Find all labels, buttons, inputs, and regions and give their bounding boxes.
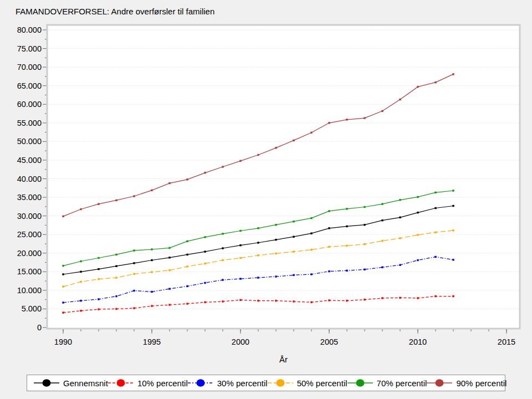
data-point-marker [328, 210, 330, 212]
y-tick-label: 30.000 [17, 212, 42, 221]
data-point-marker [151, 291, 152, 293]
y-tick-label: 25.000 [17, 230, 42, 239]
y-tick-label: 10.000 [17, 286, 42, 295]
legend-label: 10% percentil [137, 378, 188, 388]
data-point-marker [257, 254, 259, 256]
data-point-marker [328, 122, 330, 124]
data-point-marker [186, 285, 188, 287]
data-point-marker [434, 192, 436, 193]
data-point-marker [346, 300, 347, 301]
data-point-marker [417, 259, 418, 261]
x-tick-label: 2005 [320, 337, 338, 346]
y-tick-label: 5.000 [22, 304, 42, 313]
data-point-marker [399, 237, 401, 239]
data-point-marker [222, 233, 223, 234]
data-point-marker [204, 263, 206, 264]
legend-marker-icon [34, 378, 59, 388]
legend-label: 50% percentil [297, 378, 347, 388]
data-point-marker [62, 216, 64, 217]
data-point-marker [310, 232, 312, 234]
data-point-marker [151, 259, 152, 261]
legend-item: 50% percentil [268, 378, 347, 388]
data-point-marker [381, 219, 383, 221]
data-point-marker [98, 257, 99, 259]
legend-item: 10% percentil [108, 378, 188, 388]
data-point-marker [310, 301, 312, 303]
data-point-marker [364, 299, 365, 300]
data-point-marker [133, 262, 135, 264]
data-point-marker [204, 301, 206, 303]
data-point-marker [293, 221, 294, 222]
data-point-marker [257, 154, 259, 156]
data-point-marker [434, 81, 436, 83]
data-point-marker [115, 308, 117, 310]
y-tick-label: 0 [37, 323, 42, 332]
data-point-marker [239, 278, 241, 279]
y-tick-label: 20.000 [17, 249, 42, 258]
data-point-marker [62, 285, 64, 287]
data-point-marker [186, 303, 188, 304]
data-point-marker [62, 301, 64, 303]
y-tick-label: 15.000 [17, 267, 42, 276]
data-point-marker [133, 290, 135, 291]
data-point-marker [346, 245, 347, 247]
x-tick-label: 2015 [498, 337, 515, 346]
data-point-marker [115, 295, 117, 297]
data-point-marker [168, 269, 170, 271]
data-point-marker [293, 140, 294, 141]
legend-item: 90% percentil [427, 378, 507, 388]
data-point-marker [204, 282, 206, 284]
data-point-marker [452, 229, 454, 231]
data-point-marker [222, 166, 223, 167]
data-point-marker [328, 270, 330, 272]
data-point-marker [381, 110, 383, 112]
data-point-marker [151, 248, 152, 250]
data-point-marker [257, 227, 259, 229]
data-point-marker [364, 206, 365, 208]
y-tick-label: 55.000 [17, 119, 42, 127]
data-point-marker [168, 257, 170, 258]
data-point-marker [310, 273, 312, 275]
data-point-marker [80, 260, 81, 262]
data-point-marker [275, 275, 277, 277]
data-point-marker [275, 300, 277, 301]
y-tick-label: 60.000 [17, 100, 42, 109]
x-tick-label: 2010 [409, 337, 427, 346]
data-point-marker [239, 244, 241, 246]
legend-marker-icon [268, 378, 293, 388]
data-point-marker [239, 299, 241, 301]
data-point-marker [239, 257, 241, 259]
data-point-marker [239, 230, 241, 232]
legend-label: 90% percentil [456, 378, 507, 388]
legend-label: Gennemsnit [63, 378, 108, 388]
data-point-marker [275, 224, 277, 226]
y-tick-label: 50.000 [17, 137, 42, 146]
data-point-marker [151, 271, 152, 273]
data-point-marker [434, 231, 436, 233]
data-point-marker [98, 308, 99, 310]
y-tick-label: 70.000 [17, 63, 42, 71]
data-point-marker [293, 300, 294, 302]
data-point-marker [452, 73, 454, 75]
data-point-marker [222, 279, 223, 280]
data-point-marker [222, 247, 223, 249]
data-point-marker [364, 117, 365, 119]
legend-marker-icon [108, 378, 134, 388]
data-point-marker [417, 234, 418, 236]
legend-label: 30% percentil [217, 378, 268, 388]
data-point-marker [62, 311, 64, 313]
legend-marker-icon [427, 378, 452, 388]
data-point-marker [293, 250, 294, 252]
y-tick-label: 80.000 [17, 25, 42, 34]
data-point-marker [133, 307, 135, 309]
data-point-marker [452, 205, 454, 207]
legend-label: 70% percentil [377, 378, 427, 388]
data-point-marker [310, 249, 312, 250]
chart-window: FAMANDOVERFORSEL: Andre overførsler til … [0, 0, 532, 399]
legend-item: 70% percentil [347, 378, 427, 388]
data-point-marker [257, 277, 259, 278]
data-point-marker [168, 288, 170, 289]
data-point-marker [399, 199, 401, 201]
data-point-marker [381, 240, 383, 242]
data-point-marker [417, 297, 418, 299]
